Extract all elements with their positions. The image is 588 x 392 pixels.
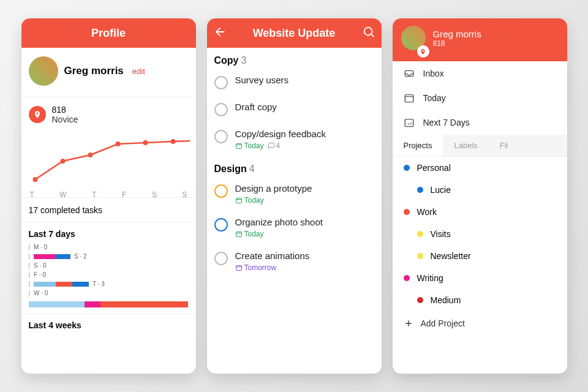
karma-points: 818 — [433, 39, 481, 48]
svg-line-7 — [371, 34, 374, 37]
profile-screen: Profile Greg morris edit 818 Novice TW T… — [21, 18, 196, 374]
svg-point-5 — [170, 139, 175, 144]
tab-labels[interactable]: Labels — [443, 135, 488, 156]
today-icon — [404, 92, 415, 104]
profile-header: Profile — [21, 18, 196, 48]
sidebar-header: Greg morris 818 — [393, 18, 567, 61]
svg-text:+7: +7 — [407, 122, 412, 126]
back-icon[interactable] — [213, 25, 227, 41]
karma-row: 818 Novice — [21, 97, 196, 130]
svg-point-2 — [88, 153, 92, 157]
tab-filters[interactable]: Fil — [489, 135, 519, 156]
svg-point-3 — [115, 141, 120, 146]
user-name: Greg morris — [64, 65, 124, 77]
svg-rect-17 — [405, 95, 413, 102]
project-writing[interactable]: Writing — [393, 267, 567, 289]
tab-projects[interactable]: Projects — [393, 135, 443, 156]
svg-point-0 — [32, 177, 37, 182]
svg-point-1 — [60, 159, 65, 164]
checkbox-icon[interactable] — [214, 130, 228, 143]
week-icon: +7 — [404, 117, 415, 128]
svg-point-4 — [143, 140, 148, 145]
task-row[interactable]: Design a prototype Today — [207, 177, 382, 211]
user-name: Greg morris — [433, 29, 481, 39]
section-design: Design4 — [207, 156, 382, 177]
svg-rect-14 — [236, 266, 241, 271]
project-work[interactable]: Work — [393, 201, 567, 223]
search-icon[interactable] — [362, 25, 375, 41]
svg-rect-8 — [236, 144, 241, 149]
task-row[interactable]: Copy/design feedback Today 4 — [207, 123, 382, 156]
avatar[interactable] — [29, 56, 58, 86]
karma-chart: TW TF SS — [21, 130, 196, 198]
plus-icon — [404, 318, 413, 328]
project-screen: Website Update Copy3 Survey users Draft … — [207, 18, 382, 374]
svg-rect-12 — [236, 232, 241, 237]
project-personal[interactable]: Personal — [393, 157, 567, 179]
menu-next7[interactable]: +7 Next 7 Days — [393, 110, 567, 135]
project-newsletter[interactable]: Newsletter — [393, 245, 567, 267]
checkbox-icon[interactable] — [214, 218, 228, 232]
svg-rect-10 — [236, 198, 241, 203]
project-lucie[interactable]: Lucie — [393, 179, 567, 201]
project-header: Website Update — [207, 18, 382, 48]
task-row[interactable]: Survey users — [207, 69, 382, 96]
svg-point-6 — [364, 28, 372, 36]
checkbox-icon[interactable] — [214, 103, 228, 116]
today-badge: Today — [235, 141, 264, 150]
project-title: Website Update — [227, 27, 362, 40]
checkbox-icon[interactable] — [214, 252, 228, 265]
comment-icon: 4 — [268, 141, 281, 150]
karma-rank: Novice — [52, 115, 78, 124]
karma-points: 818 — [52, 105, 78, 115]
profile-title: Profile — [28, 27, 190, 40]
chart-day-labels: TW TF SS — [28, 188, 190, 204]
profile-user-row: Greg morris edit — [21, 48, 196, 94]
sidebar-tabs: Projects Labels Fil — [393, 135, 567, 157]
task-row[interactable]: Create animations Tomorrow — [207, 244, 382, 278]
karma-icon — [29, 106, 46, 123]
checkbox-icon[interactable] — [214, 184, 228, 198]
add-project-button[interactable]: Add Project — [393, 311, 567, 336]
edit-link[interactable]: edit — [132, 67, 145, 76]
sidebar-screen: Greg morris 818 Inbox Today +7 Next 7 Da… — [393, 18, 567, 374]
project-medium[interactable]: Medium — [393, 289, 567, 311]
menu-today[interactable]: Today — [393, 86, 567, 110]
inbox-icon — [404, 68, 415, 79]
menu-inbox[interactable]: Inbox — [393, 61, 567, 86]
task-row[interactable]: Draft copy — [207, 96, 382, 123]
last7-heading: Last 7 days — [21, 223, 196, 243]
karma-icon — [417, 45, 429, 58]
task-row[interactable]: Organize photo shoot Today — [207, 211, 382, 244]
project-visits[interactable]: Visits — [393, 223, 567, 245]
checkbox-icon[interactable] — [214, 76, 228, 89]
last4-heading: Last 4 weeks — [21, 314, 196, 334]
section-copy: Copy3 — [207, 48, 382, 69]
